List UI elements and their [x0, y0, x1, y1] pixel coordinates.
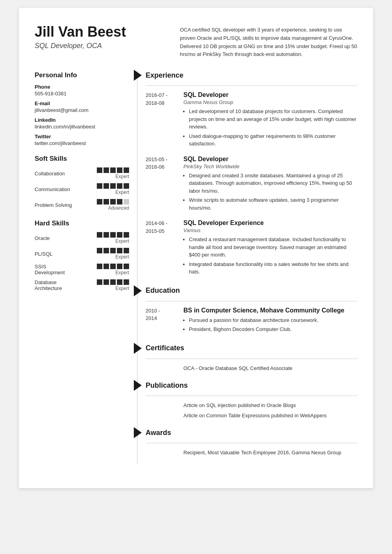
exp-dates: 2016-07 - 2018-08 — [146, 91, 177, 149]
certificates-title: Certificates — [146, 344, 184, 352]
skill-dots — [97, 167, 129, 173]
exp-company: Various — [183, 227, 357, 233]
publications-header: Publications — [134, 380, 357, 391]
soft-skills-section: Soft Skills CollaborationExpertCommunica… — [35, 155, 129, 211]
skill-right: Expert — [74, 248, 129, 260]
email-label: E-mail — [35, 100, 129, 106]
skill-dots — [97, 232, 129, 238]
exp-details: BS in Computer Science, Mohave Community… — [183, 307, 357, 335]
experience-title: Experience — [146, 71, 183, 80]
resume: Jill Van Beest SQL Developer, OCA OCA ce… — [19, 8, 373, 488]
skill-right: Expert — [74, 279, 129, 291]
publications-section: Publications Article on SQL injection pu… — [146, 380, 357, 419]
header-left: Jill Van Beest SQL Developer, OCA — [35, 24, 126, 50]
skill-dot — [104, 232, 109, 238]
publications-title: Publications — [146, 381, 188, 390]
awards-title: Awards — [146, 429, 171, 437]
skill-dot — [104, 279, 109, 285]
skill-dot — [124, 199, 129, 204]
exp-details: SQL Developer ExperienceVariousCreated a… — [183, 219, 357, 277]
skill-row: SSIS DevelopmentExpert — [35, 264, 129, 275]
certificates-list: OCA - Oracle Database SQL Certified Asso… — [146, 364, 357, 372]
experience-list: 2016-07 - 2018-08SQL DeveloperGamma Nexu… — [146, 91, 357, 277]
certificates-section: Certificates OCA - Oracle Database SQL C… — [146, 343, 357, 372]
skill-level: Advanced — [108, 205, 129, 211]
skill-level: Expert — [115, 190, 129, 195]
header-section: Jill Van Beest SQL Developer, OCA OCA ce… — [35, 24, 357, 59]
exp-item: 2010 - 2014BS in Computer Science, Mohav… — [146, 307, 357, 335]
exp-bullet: Wrote scripts to automate software updat… — [189, 196, 357, 212]
awards-section: Awards Recipient, Most Valuable Tech Emp… — [146, 427, 357, 457]
skill-row: Problem SolvingAdvanced — [35, 199, 129, 211]
experience-divider — [146, 86, 357, 86]
exp-details: SQL DeveloperGamma Nexus GroupLed develo… — [183, 91, 357, 149]
skill-dot — [97, 248, 102, 253]
skill-dot — [124, 248, 129, 253]
skill-dot — [124, 264, 129, 269]
exp-details: SQL DeveloperPinkSky Tech WorldwideDesig… — [183, 156, 357, 214]
skill-dot — [104, 183, 109, 189]
education-header: Education — [134, 285, 357, 296]
skill-dot — [117, 199, 122, 204]
awards-divider — [146, 443, 357, 443]
exp-bullets: Created a restaurant management database… — [183, 236, 357, 276]
exp-item: 2015-05 - 2016-06SQL DeveloperPinkSky Te… — [146, 156, 357, 214]
skill-name: Collaboration — [35, 171, 74, 177]
skill-dot — [110, 248, 116, 253]
skill-dot — [110, 232, 116, 238]
skill-right: Expert — [74, 183, 129, 195]
exp-dates: 2014-06 - 2015-05 — [146, 219, 177, 277]
certificates-divider — [146, 359, 357, 359]
skill-level: Expert — [115, 254, 129, 260]
skill-dots — [97, 264, 129, 269]
personal-info-title: Personal Info — [35, 71, 129, 79]
awards-arrow — [134, 427, 142, 438]
twitter-label: Twitter — [35, 134, 129, 139]
skill-dots — [97, 183, 129, 189]
right-column: Experience 2016-07 - 2018-08SQL Develope… — [137, 70, 357, 465]
soft-skills-title: Soft Skills — [35, 155, 129, 163]
skill-row: PL/SQLExpert — [35, 248, 129, 260]
exp-title: SQL Developer — [183, 156, 357, 163]
skill-dot — [104, 264, 109, 269]
certificates-arrow — [134, 343, 142, 354]
skill-level: Expert — [115, 286, 129, 291]
candidate-title: SQL Developer, OCA — [35, 42, 126, 50]
twitter-value: twitter.com/jillvanbeest — [35, 140, 129, 146]
skill-dot — [97, 264, 102, 269]
linkedin-label: LinkedIn — [35, 117, 129, 123]
main-content: Personal Info Phone 505-918-0381 E-mail … — [35, 70, 357, 465]
skill-dot — [124, 183, 129, 189]
skill-dot — [124, 167, 129, 173]
skill-level: Expert — [115, 238, 129, 244]
skill-dot — [110, 183, 116, 189]
exp-title: BS in Computer Science, Mohave Community… — [183, 307, 357, 314]
candidate-summary: OCA certified SQL developer with 3 years… — [180, 24, 357, 59]
skill-dot — [117, 248, 122, 253]
skill-name: Communication — [35, 186, 74, 192]
exp-bullet: Pursued a passion for database architect… — [189, 316, 357, 324]
education-divider — [146, 301, 357, 301]
skill-name: SSIS Development — [35, 264, 74, 275]
awards-list: Recipient, Most Valuable Tech Employee 2… — [146, 449, 357, 457]
experience-arrow — [134, 70, 142, 81]
exp-bullets: Pursued a passion for database architect… — [183, 316, 357, 333]
publication-item: Article on Common Table Expressions publ… — [183, 412, 357, 420]
publications-divider — [146, 396, 357, 396]
skill-dot — [110, 167, 116, 173]
linkedin-value: linkedin.com/in/jillvanbeest — [35, 124, 129, 130]
skill-row: CommunicationExpert — [35, 183, 129, 195]
skill-dots — [97, 248, 129, 253]
skill-right: Advanced — [74, 199, 129, 211]
skill-dot — [104, 248, 109, 253]
education-list: 2010 - 2014BS in Computer Science, Mohav… — [146, 307, 357, 335]
personal-info-section: Personal Info Phone 505-918-0381 E-mail … — [35, 71, 129, 146]
skill-dot — [124, 279, 129, 285]
awards-header: Awards — [134, 427, 357, 438]
skill-dot — [110, 264, 116, 269]
skill-dot — [97, 279, 102, 285]
left-column: Personal Info Phone 505-918-0381 E-mail … — [35, 70, 137, 465]
exp-bullet: Created a restaurant management database… — [189, 236, 357, 259]
skill-right: Expert — [74, 167, 129, 179]
phone-label: Phone — [35, 84, 129, 90]
